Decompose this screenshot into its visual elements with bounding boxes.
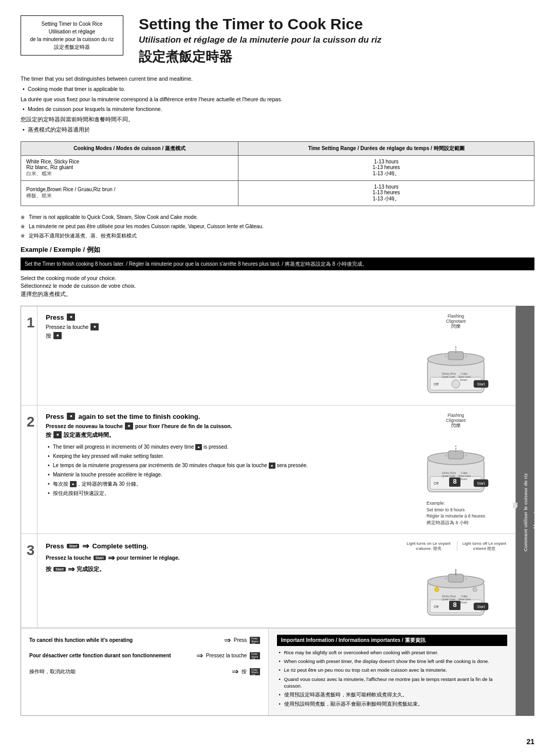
note-3: 定時器不適用於快速蒸煮、蒸、校煮和蛋糕模式 (21, 232, 534, 240)
step-3-diagram-container: Light turns on Le voyant s'allume. 燈亮 Li… (404, 541, 507, 620)
svg-text:Start: Start (477, 482, 485, 485)
svg-point-32 (445, 454, 447, 456)
svg-text:Quick Cook: Quick Cook (442, 375, 455, 378)
step-2-primary: Press ■ again to set the time to finish … (46, 413, 394, 420)
step-2-bullet-6: 按住此按鈕可快速設定。 (46, 489, 394, 497)
svg-text:Quick Cook: Quick Cook (442, 598, 455, 601)
table-row2-col1: Porridge,Brown Rice / Gruau,Riz brun / 稀… (21, 180, 238, 206)
cancel-action-fr: ⇒ Pressez la touche KeepWarmOff (196, 650, 260, 661)
svg-point-5 (452, 380, 460, 388)
step-2-button-icon: ■ (67, 413, 75, 420)
cancel-label-zh: 操作時，取消此功能 (29, 668, 232, 675)
svg-point-49 (435, 587, 439, 592)
svg-point-15 (455, 354, 457, 356)
step-3-light-on-label: Light turns on Le voyant s'allume. 燈亮 (404, 541, 453, 551)
sidebar-text-en: How to use (532, 493, 539, 529)
svg-text:Quick Cook: Quick Cook (442, 474, 455, 477)
page-number: 21 (526, 737, 534, 746)
step-3-container: 3 Press Start ⇒ Complete setting. Presse… (21, 534, 515, 628)
step-2-secondary-fr: Pressez de nouveau la touche ■ pour fixe… (46, 422, 394, 430)
title-en: Setting the Timer to Cook Rice (139, 15, 534, 32)
table-col1-header: Cooking Modes / Modes de cuisson / 蒸煮模式 (21, 141, 238, 155)
cancel-label-en: To cancel this function while it's opera… (29, 637, 224, 644)
header-box-line3: de la minuterie pour la cuisson du riz (28, 35, 116, 43)
step-3-content: Press Start ⇒ Complete setting. Pressez … (38, 534, 515, 628)
svg-text:Off: Off (434, 605, 438, 609)
example-bar: Set the Timer to finish cooking 8 hours … (21, 257, 534, 270)
arrow-cancel-en: ⇒ (224, 635, 231, 646)
arrow-icon-3b: ⇒ (108, 553, 115, 563)
step-1-content: Press ■ Pressez la touche ■ 按 ■ (38, 306, 515, 405)
keep-warm-btn-zh: KeepWarmOff (250, 668, 260, 675)
cancel-action-zh: ⇒ 按 KeepWarmOff (232, 666, 260, 677)
intro-bullet3: 蒸煮模式的定時器適用於 (21, 126, 534, 134)
cooking-table: Cooking Modes / Modes de cuisson / 蒸煮模式 … (21, 141, 534, 206)
step-1-diagram: Flashing Clignotant 閃爍 (404, 314, 507, 398)
cooker-diagram-2: Off 8 Start Sticky Rice Quick Cook Cake (407, 430, 505, 497)
step-1-diagram-container: Flashing Clignotant 閃爍 (407, 314, 505, 398)
arrow-cancel-fr: ⇒ (196, 650, 203, 661)
main-content-area: 1 Press ■ Pressez la touche ■ 按 (21, 306, 534, 716)
step-1-chinese: 按 ■ (46, 332, 394, 340)
important-bullet-3: Le riz peut être un peu mou ou trop cuit… (277, 667, 508, 673)
step-2-bullet-1: The timer will progress in increments of… (46, 443, 394, 451)
step-2-number: 2 (21, 405, 38, 533)
important-bullet-4: Quand vous cuisez avec la minuterie, l'a… (277, 676, 508, 690)
inline-btn-2: ■ (269, 463, 275, 469)
step-2-btn-zh: ■ (53, 431, 62, 438)
select-text: Select the cooking mode of your choice. … (21, 274, 534, 299)
step-1-secondary-fr: Pressez la touche ■ (46, 323, 394, 330)
page-wrapper: Setting Timer to Cook Rice Utilisation e… (0, 0, 555, 756)
svg-text:Steam: Steam (460, 601, 467, 604)
right-sidebar: How to use Comment utiliser le cuiseur d… (516, 306, 534, 716)
step-2-bullet-5: 每次按 ■，定時器的增量為 30 分鐘。 (46, 480, 394, 488)
step-2-example-label: Example: Set timer to 8 hours Régler la … (427, 500, 485, 526)
intro-bullet2: Modes de cuisson pour lesquels la minute… (21, 105, 534, 114)
svg-text:8: 8 (453, 477, 456, 485)
notes-section: Timer is not applicable to Quick Cook, S… (21, 213, 534, 240)
step-3-secondary-fr: Pressez la touche Start ⇒ pour terminer … (46, 553, 394, 563)
table-row1-col2: 1-13 hours1-13 heures1-13 小時。 (238, 155, 534, 180)
note-1: Timer is not applicable to Quick Cook, S… (21, 213, 534, 222)
cooker-diagram-1: Off Start Sticky Rice Quick Cook Cake (407, 331, 505, 398)
keep-warm-btn-fr: KeepWarmOff (250, 652, 260, 659)
step-3-primary: Press Start ⇒ Complete setting. (46, 541, 394, 551)
step-1-flashing-label: Flashing Clignotant 閃爍 (446, 314, 466, 330)
step-3-start-btn: Start (67, 544, 79, 548)
cancel-label-fr: Pour désactiver cette fonction durant so… (29, 652, 196, 659)
step-3-chinese: 按 Start ⇒ 完成設定。 (46, 564, 394, 574)
step-2-diagram: Flashing Clignotant 閃爍 Off (404, 413, 507, 526)
step-1-press-label: Press (46, 314, 64, 321)
important-header: Important Information / Informations imp… (277, 635, 508, 646)
table-col2-header: Time Setting Range / Durées de réglage d… (238, 141, 534, 155)
table-row-2: Porridge,Brown Rice / Gruau,Riz brun / 稀… (21, 180, 534, 206)
svg-text:Steam: Steam (460, 477, 467, 481)
important-bullet-6: 使用預設時間煮飯，顯示器不會顯示剩餘時間直到煮飯結束。 (277, 700, 508, 707)
cancel-left: To cancel this function while it's opera… (21, 629, 269, 715)
step-2-bullets: The timer will progress in increments of… (46, 443, 394, 497)
step-3-light-labels: Light turns on Le voyant s'allume. 燈亮 Li… (404, 541, 507, 551)
svg-point-14 (445, 355, 447, 357)
important-bullet-1: Rice may be slightly soft or overcooked … (277, 649, 508, 656)
intro-section: The timer that you set distinguishes bet… (21, 75, 534, 134)
example-heading: Example / Exemple / 例如 (21, 245, 534, 254)
intro-line1: The timer that you set distinguishes bet… (21, 75, 534, 83)
step-1-text: Press ■ Pressez la touche ■ 按 ■ (46, 314, 394, 398)
intro-bullet1: Cooking mode that timer is applicable to… (21, 85, 534, 94)
important-bullet-5: 使用預設定時器蒸煮飯時，米飯可能稍軟或煮得太久。 (277, 691, 508, 698)
steps-area: 1 Press ■ Pressez la touche ■ 按 (21, 306, 516, 716)
step-2-container: 2 Press ■ again to set the time to finis… (21, 405, 515, 534)
svg-text:Steam: Steam (460, 378, 467, 381)
svg-text:Start: Start (477, 382, 485, 386)
table-row-1: White Rice, Sticky Rice Riz blanc, Riz g… (21, 155, 534, 180)
cancel-right: Important Information / Informations imp… (269, 629, 516, 715)
step-3-start-btn-zh: Start (53, 567, 66, 571)
svg-text:Start: Start (477, 605, 485, 609)
svg-point-16 (465, 355, 467, 357)
svg-text:8: 8 (453, 601, 456, 609)
header-section: Setting Timer to Cook Rice Utilisation e… (21, 15, 534, 66)
svg-text:Off: Off (434, 482, 438, 485)
intro-line3: 您設定的定時器與當前時間和進餐時間不同。 (21, 116, 534, 124)
step-1-container: 1 Press ■ Pressez la touche ■ 按 (21, 306, 515, 405)
step-2-text: Press ■ again to set the time to finish … (46, 413, 394, 526)
